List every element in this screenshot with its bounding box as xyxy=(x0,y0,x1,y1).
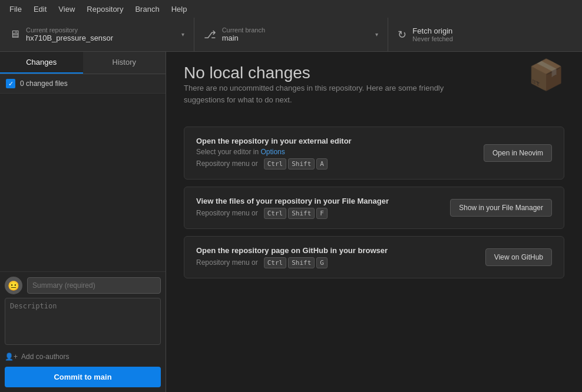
sidebar: Changes History ✓ 0 changed files 😐 👤+ A… xyxy=(0,52,166,392)
branch-name: main xyxy=(222,34,265,42)
description-textarea[interactable] xyxy=(5,298,161,345)
open-editor-button[interactable]: Open in Neovim xyxy=(484,144,552,162)
changed-files-count: 0 changed files xyxy=(20,79,68,88)
options-link[interactable]: Options xyxy=(260,148,285,156)
kbd-group-filemanager: Ctrl Shift F xyxy=(264,208,328,219)
commit-button-label: Commit to xyxy=(54,373,91,381)
coauthors-icon: 👤+ xyxy=(5,353,18,361)
kbd-ctrl-1: Ctrl xyxy=(264,158,287,170)
current-repo-button[interactable]: 🖥 Current repository hx710B_pressure_sen… xyxy=(0,18,194,51)
avatar: 😐 xyxy=(5,277,22,294)
kbd-ctrl-3: Ctrl xyxy=(264,257,287,268)
action-card-github-left: Open the repository page on GitHub in yo… xyxy=(196,246,476,268)
action-card-github-title: Open the repository page on GitHub in yo… xyxy=(196,246,476,255)
action-card-github: Open the repository page on GitHub in yo… xyxy=(184,236,564,278)
fetch-origin-button[interactable]: ↻ Fetch origin Never fetched xyxy=(388,18,582,51)
repo-label-group: Current repository hx710B_pressure_senso… xyxy=(26,26,113,42)
menu-bar: File Edit View Repository Branch Help xyxy=(0,0,582,18)
action-card-filemanager-title: View the files of your repository in you… xyxy=(196,197,441,205)
branch-label-group: Current branch main xyxy=(222,26,265,42)
sidebar-tabs: Changes History xyxy=(0,52,166,74)
menu-file[interactable]: File xyxy=(5,4,27,15)
menu-view[interactable]: View xyxy=(54,4,80,15)
commit-button-branch: main xyxy=(94,373,111,381)
no-changes-title: No local changes xyxy=(184,64,467,82)
menu-repository[interactable]: Repository xyxy=(82,4,128,15)
menu-help[interactable]: Help xyxy=(167,4,192,15)
action-card-github-shortcut-prefix: Repository menu or xyxy=(196,258,258,267)
repo-label-top: Current repository xyxy=(26,26,113,34)
action-card-editor-desc-prefix: Select your editor in xyxy=(196,148,260,156)
view-github-button[interactable]: View on GitHub xyxy=(485,248,552,266)
no-changes-text-group: No local changes There are no uncommitte… xyxy=(184,64,467,119)
menu-branch[interactable]: Branch xyxy=(130,4,164,15)
branch-chevron-icon: ▾ xyxy=(375,31,378,38)
action-card-editor-title: Open the repository in your external edi… xyxy=(196,137,474,145)
repo-icon: 🖥 xyxy=(9,28,20,41)
no-changes-desc: There are no uncommitted changes in this… xyxy=(184,82,467,105)
fetch-label: Fetch origin xyxy=(412,26,452,35)
sidebar-spacer xyxy=(0,94,166,271)
fetch-label-group: Fetch origin Never fetched xyxy=(412,26,452,42)
action-card-editor-shortcut: Repository menu or Ctrl Shift A xyxy=(196,158,474,170)
repo-chevron-icon: ▾ xyxy=(181,31,184,38)
kbd-ctrl-2: Ctrl xyxy=(264,208,287,219)
action-card-editor-left: Open the repository in your external edi… xyxy=(196,137,474,170)
kbd-group-github: Ctrl Shift G xyxy=(264,257,328,268)
action-card-editor-shortcut-prefix: Repository menu or xyxy=(196,160,258,168)
main-panel: No local changes There are no uncommitte… xyxy=(166,52,582,392)
action-card-filemanager-shortcut: Repository menu or Ctrl Shift F xyxy=(196,208,441,219)
branch-label-top: Current branch xyxy=(222,26,265,34)
coauthors-label: Add co-authors xyxy=(21,353,69,361)
menu-edit[interactable]: Edit xyxy=(29,4,51,15)
add-coauthors-button[interactable]: 👤+ Add co-authors xyxy=(5,350,161,363)
kbd-a: A xyxy=(316,158,328,170)
action-card-filemanager-left: View the files of your repository in you… xyxy=(196,197,441,219)
action-card-filemanager: View the files of your repository in you… xyxy=(184,187,564,229)
select-all-checkbox[interactable]: ✓ xyxy=(6,79,15,88)
kbd-group-editor: Ctrl Shift A xyxy=(264,158,328,170)
tab-history[interactable]: History xyxy=(83,52,166,74)
show-filemanager-button[interactable]: Show in your File Manager xyxy=(450,199,552,217)
kbd-shift-2: Shift xyxy=(288,208,315,219)
no-changes-header: No local changes There are no uncommitte… xyxy=(184,64,564,119)
changed-files-row: ✓ 0 changed files xyxy=(0,74,166,94)
branch-icon: ⎇ xyxy=(204,28,216,41)
toolbar: 🖥 Current repository hx710B_pressure_sen… xyxy=(0,18,582,52)
kbd-shift-3: Shift xyxy=(288,257,315,268)
fetch-icon: ↻ xyxy=(398,28,406,41)
fetch-sub: Never fetched xyxy=(412,35,452,42)
action-card-github-shortcut: Repository menu or Ctrl Shift G xyxy=(196,257,476,268)
current-branch-button[interactable]: ⎇ Current branch main ▾ xyxy=(194,18,389,51)
summary-input[interactable] xyxy=(27,277,161,294)
kbd-f: F xyxy=(316,208,328,219)
commit-button[interactable]: Commit to main xyxy=(5,367,161,387)
kbd-g: G xyxy=(316,257,328,268)
commit-area: 😐 👤+ Add co-authors Commit to main xyxy=(0,271,166,392)
no-changes-illustration: 📦 xyxy=(528,58,564,92)
commit-summary-row: 😐 xyxy=(5,277,161,294)
action-card-editor-desc: Select your editor in Options xyxy=(196,148,474,156)
tab-changes[interactable]: Changes xyxy=(0,52,83,74)
content-area: Changes History ✓ 0 changed files 😐 👤+ A… xyxy=(0,52,582,392)
kbd-shift-1: Shift xyxy=(288,158,315,170)
action-card-editor: Open the repository in your external edi… xyxy=(184,127,564,180)
action-card-filemanager-shortcut-prefix: Repository menu or xyxy=(196,209,258,217)
repo-name: hx710B_pressure_sensor xyxy=(26,34,113,42)
